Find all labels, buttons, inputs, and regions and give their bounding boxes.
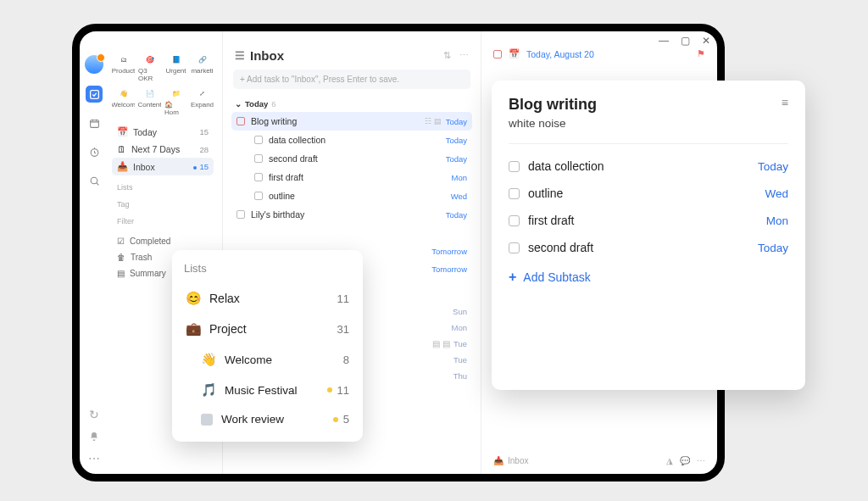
list-item[interactable]: Work review5	[184, 405, 351, 433]
list-count: 31	[337, 323, 349, 336]
checkbox-icon[interactable]	[254, 154, 263, 163]
plus-icon: +	[509, 270, 516, 285]
pomo-icon[interactable]	[86, 143, 103, 160]
task-row[interactable]: Lily's birthdayToday	[231, 205, 472, 224]
lists-popover: Lists 😊Relax11💼Project31👋Welcome8🎵Music …	[172, 250, 363, 442]
list-item[interactable]: 😊Relax11	[184, 283, 351, 314]
subtask-row[interactable]: outlineWed	[509, 180, 788, 207]
add-subtask-button[interactable]: + Add Subtask	[509, 261, 788, 293]
tasks-icon[interactable]	[86, 86, 103, 103]
checkbox-icon[interactable]	[509, 215, 520, 226]
calendar-icon[interactable]	[86, 114, 103, 131]
list-icon: 😊	[186, 291, 201, 306]
pinned-home[interactable]: 📁🏠 Hom	[164, 87, 187, 116]
task-row[interactable]: second draftToday	[231, 149, 472, 168]
list-count: 11	[337, 384, 349, 397]
doc-icon: 📄	[144, 87, 156, 99]
flag-icon[interactable]: ⚑	[697, 48, 705, 59]
task-title: outline	[269, 191, 295, 201]
task-checkbox[interactable]	[493, 50, 502, 58]
subtask-label: second draft	[528, 241, 593, 254]
pinned-row-1: 🗂Product 🎯Q3 OKR 📘Urgent 🔗marketi	[112, 53, 214, 82]
list-count: 11	[337, 292, 349, 305]
section-filter[interactable]: Filter	[112, 211, 214, 228]
task-row[interactable]: data collectionToday	[231, 131, 472, 149]
subtask-row[interactable]: data collectionToday	[509, 153, 788, 180]
inbox-icon: 📥	[493, 456, 504, 465]
task-row[interactable]: Blog writing☷▤Today	[231, 112, 472, 131]
task-due: Today	[446, 154, 467, 164]
target-icon: 🎯	[144, 53, 156, 65]
task-row[interactable]: first draftMon	[231, 168, 472, 186]
task-due: Mon	[452, 173, 467, 182]
comment-icon[interactable]: 💬	[680, 456, 690, 465]
calendar-week-icon: 🗓	[117, 144, 126, 154]
group-today[interactable]: ⌄ Today 6	[231, 96, 472, 112]
task-title: second draft	[269, 153, 318, 164]
sidebar-item-next7[interactable]: 🗓Next 7 Days 28	[112, 141, 214, 158]
note-icon: ▤ ▤	[432, 339, 450, 348]
expand-icon: ⤢	[197, 87, 209, 99]
pinned-marketing[interactable]: 🔗marketi	[191, 53, 214, 82]
list-item[interactable]: 🎵Music Festival11	[184, 375, 351, 405]
folder-icon: 🗂	[118, 53, 130, 65]
list-title: Inbox	[250, 48, 284, 63]
section-lists[interactable]: Lists	[112, 177, 214, 194]
subtask-row[interactable]: first draftMon	[509, 207, 788, 234]
pinned-expand[interactable]: ⤢Expand	[191, 87, 214, 116]
task-title[interactable]: Blog writing	[509, 96, 597, 114]
svg-point-3	[91, 177, 97, 184]
notification-icon[interactable]	[89, 431, 99, 442]
search-icon[interactable]	[86, 172, 103, 189]
list-label: Project	[209, 322, 247, 336]
task-due: Today	[446, 136, 467, 145]
checkbox-icon[interactable]	[509, 161, 520, 172]
pinned-welcome[interactable]: 👋Welcom	[112, 87, 135, 116]
subtask-due: Mon	[766, 214, 788, 227]
wave-icon: 👋	[118, 87, 130, 99]
task-note[interactable]: white noise	[509, 117, 788, 130]
detail-menu-icon[interactable]: ≡	[782, 96, 788, 109]
checkbox-icon[interactable]	[254, 136, 263, 144]
list-count: 5	[343, 413, 349, 426]
avatar[interactable]	[85, 55, 103, 74]
pinned-content[interactable]: 📄Content	[138, 87, 161, 116]
checkbox-icon[interactable]	[254, 173, 263, 181]
detail-location[interactable]: Inbox	[508, 456, 528, 465]
priority-icon[interactable]: ◮	[666, 456, 673, 465]
add-task-input[interactable]: + Add task to "Inbox", Press Enter to sa…	[233, 70, 470, 89]
folder-icon: 📁	[170, 87, 182, 99]
pinned-product[interactable]: 🗂Product	[112, 53, 135, 82]
checkbox-icon[interactable]	[254, 192, 263, 200]
task-due: Wed	[451, 192, 467, 201]
task-row[interactable]: outlineWed	[231, 186, 472, 205]
trash-icon: 🗑	[117, 253, 125, 262]
list-item[interactable]: 👋Welcome8	[184, 344, 351, 375]
list-icon: 🎵	[201, 382, 216, 398]
more-icon[interactable]: ⋯	[459, 50, 469, 61]
dot-icon	[333, 417, 338, 422]
subtask-row[interactable]: second draftToday	[509, 234, 788, 261]
list-item[interactable]: 💼Project31	[184, 314, 351, 344]
menu-icon[interactable]: ☰	[235, 49, 245, 62]
calendar-icon: 📅	[509, 48, 520, 59]
detail-date[interactable]: Today, August 20	[526, 49, 594, 59]
sidebar-item-inbox[interactable]: 📥Inbox 15	[112, 158, 214, 175]
sort-icon[interactable]: ⇅	[443, 50, 451, 61]
pinned-row-2: 👋Welcom 📄Content 📁🏠 Hom ⤢Expand	[112, 87, 214, 116]
list-count: 8	[343, 353, 349, 366]
checkbox-icon[interactable]	[236, 210, 245, 219]
dot-icon	[327, 387, 332, 392]
sidebar-item-today[interactable]: 📅Today 15	[112, 123, 214, 141]
pinned-okr[interactable]: 🎯Q3 OKR	[138, 53, 161, 82]
sidebar-item-completed[interactable]: ☑Completed	[112, 233, 214, 249]
more-icon[interactable]: ⋯	[88, 452, 100, 465]
checkbox-icon[interactable]	[509, 188, 520, 199]
sync-icon[interactable]: ↻	[89, 408, 99, 421]
book-icon: 📘	[170, 53, 182, 65]
checkbox-icon[interactable]	[509, 242, 520, 253]
pinned-urgent[interactable]: 📘Urgent	[164, 53, 187, 82]
checkbox-icon[interactable]	[236, 117, 245, 125]
more-icon[interactable]: ⋯	[697, 456, 705, 465]
section-tag[interactable]: Tag	[112, 194, 214, 211]
